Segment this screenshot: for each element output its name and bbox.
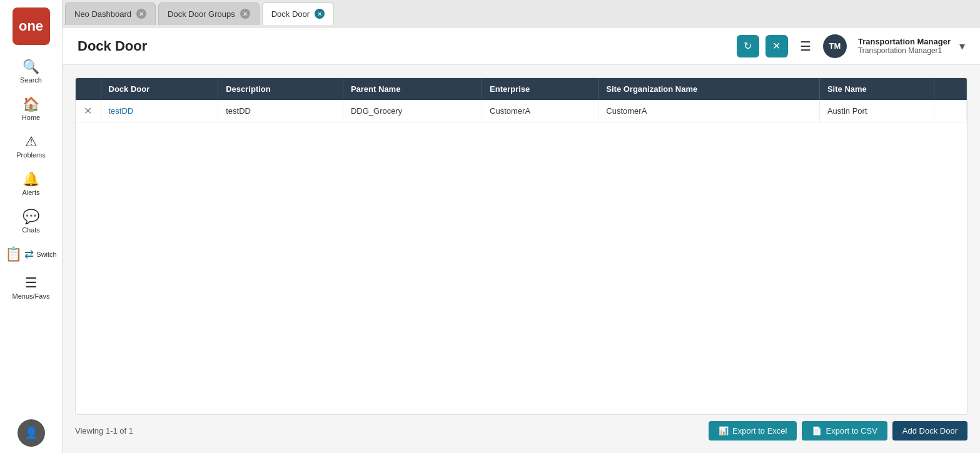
export-csv-button[interactable]: 📄 Export to CSV bbox=[802, 421, 887, 441]
sidebar-item-label: Switch bbox=[36, 251, 56, 258]
tab-label: Neo Dashboard bbox=[74, 9, 131, 19]
sidebar-item-home[interactable]: 🏠 Home bbox=[0, 90, 62, 127]
table-row: ✕ testDD testDD DDG_Grocery CustomerA Cu… bbox=[76, 100, 967, 122]
tab-label: Dock Door bbox=[271, 9, 310, 19]
user-name: Transportation Manager1 bbox=[858, 46, 951, 55]
content-area: Dock Door Description Parent Name Enterp… bbox=[63, 65, 980, 453]
tab-neo-dashboard[interactable]: Neo Dashboard ✕ bbox=[65, 2, 156, 25]
dock-door-link[interactable]: testDD bbox=[109, 106, 134, 116]
tab-dock-door[interactable]: Dock Door ✕ bbox=[262, 2, 334, 25]
row-parent-name-cell: DDG_Grocery bbox=[343, 100, 482, 122]
sidebar: one 🔍 Search 🏠 Home ⚠ Problems 🔔 Alerts … bbox=[0, 0, 63, 453]
tab-close-dock-door[interactable]: ✕ bbox=[315, 9, 325, 19]
content-footer: Viewing 1-1 of 1 📊 Export to Excel 📄 Exp… bbox=[75, 415, 967, 441]
table-header-row: Dock Door Description Parent Name Enterp… bbox=[76, 78, 967, 100]
add-label: Add Dock Door bbox=[902, 426, 957, 436]
sidebar-item-switch[interactable]: 📋 ⇄ Switch bbox=[0, 240, 62, 269]
col-enterprise[interactable]: Enterprise bbox=[482, 78, 599, 100]
export-csv-label: Export to CSV bbox=[826, 426, 877, 436]
refresh-button[interactable]: ↻ bbox=[737, 35, 759, 57]
switch-arrows-icon: ⇄ bbox=[24, 247, 34, 261]
footer-buttons: 📊 Export to Excel 📄 Export to CSV Add Do… bbox=[709, 421, 967, 441]
row-dock-door-cell[interactable]: testDD bbox=[101, 100, 218, 122]
row-site-name-cell: Austin Port bbox=[819, 100, 934, 122]
bell-icon: 🔔 bbox=[23, 171, 39, 187]
search-icon: 🔍 bbox=[23, 59, 39, 75]
chat-icon: 💬 bbox=[23, 209, 39, 225]
tab-label: Dock Door Groups bbox=[168, 9, 235, 19]
menu-icon: ☰ bbox=[25, 275, 38, 291]
sidebar-item-label: Alerts bbox=[22, 189, 39, 196]
avatar[interactable]: 👤 bbox=[18, 419, 45, 447]
page-title: Dock Door bbox=[78, 38, 737, 54]
col-site-org-name[interactable]: Site Organization Name bbox=[599, 78, 820, 100]
main-content: Neo Dashboard ✕ Dock Door Groups ✕ Dock … bbox=[63, 0, 980, 453]
sidebar-item-menus[interactable]: ☰ Menus/Favs bbox=[0, 269, 62, 306]
sidebar-item-alerts[interactable]: 🔔 Alerts bbox=[0, 165, 62, 202]
col-dock-door[interactable]: Dock Door bbox=[101, 78, 218, 100]
tab-close-neo-dashboard[interactable]: ✕ bbox=[136, 9, 146, 19]
viewing-text: Viewing 1-1 of 1 bbox=[75, 426, 133, 436]
row-description-cell: testDD bbox=[218, 100, 343, 122]
user-info: Transportation Manager Transportation Ma… bbox=[858, 37, 951, 55]
sidebar-item-label: Chats bbox=[22, 226, 40, 234]
sidebar-item-problems[interactable]: ⚠ Problems bbox=[0, 127, 62, 165]
sidebar-item-label: Home bbox=[22, 114, 40, 121]
dock-door-table: Dock Door Description Parent Name Enterp… bbox=[76, 78, 967, 122]
col-description[interactable]: Description bbox=[218, 78, 343, 100]
menu-button[interactable]: ☰ bbox=[794, 35, 817, 57]
sidebar-item-label: Search bbox=[20, 76, 42, 84]
chevron-down-icon[interactable]: ▾ bbox=[959, 39, 965, 53]
row-actions-cell bbox=[934, 100, 967, 122]
sidebar-item-label: Problems bbox=[16, 151, 45, 159]
home-icon: 🏠 bbox=[23, 96, 39, 112]
export-excel-label: Export to Excel bbox=[732, 426, 787, 436]
table-container: Dock Door Description Parent Name Enterp… bbox=[75, 77, 967, 415]
row-checkbox-cell[interactable]: ✕ bbox=[76, 100, 101, 122]
col-actions bbox=[934, 78, 967, 100]
switch-icon: 📋 bbox=[5, 246, 22, 262]
tab-bar: Neo Dashboard ✕ Dock Door Groups ✕ Dock … bbox=[63, 0, 980, 27]
csv-icon: 📄 bbox=[812, 426, 822, 436]
content-header: Dock Door ↻ ✕ ☰ TM Transportation Manage… bbox=[63, 27, 980, 65]
close-button[interactable]: ✕ bbox=[765, 35, 788, 57]
app-logo[interactable]: one bbox=[13, 7, 50, 45]
tab-close-dock-door-groups[interactable]: ✕ bbox=[240, 9, 250, 19]
warning-icon: ⚠ bbox=[25, 134, 38, 150]
header-actions: ↻ ✕ ☰ TM Transportation Manager Transpor… bbox=[737, 34, 965, 58]
sidebar-item-label: Menus/Favs bbox=[13, 292, 50, 300]
user-initials-badge: TM bbox=[823, 34, 847, 58]
row-enterprise-cell: CustomerA bbox=[482, 100, 599, 122]
col-checkbox bbox=[76, 78, 101, 100]
col-parent-name[interactable]: Parent Name bbox=[343, 78, 482, 100]
user-role: Transportation Manager bbox=[858, 37, 951, 46]
tab-dock-door-groups[interactable]: Dock Door Groups ✕ bbox=[158, 2, 260, 25]
sidebar-item-search[interactable]: 🔍 Search bbox=[0, 52, 62, 90]
col-site-name[interactable]: Site Name bbox=[819, 78, 934, 100]
export-excel-button[interactable]: 📊 Export to Excel bbox=[709, 421, 797, 441]
add-dock-door-button[interactable]: Add Dock Door bbox=[892, 421, 967, 441]
row-site-org-cell: CustomerA bbox=[599, 100, 820, 122]
excel-icon: 📊 bbox=[719, 426, 729, 436]
sidebar-item-chats[interactable]: 💬 Chats bbox=[0, 202, 62, 240]
